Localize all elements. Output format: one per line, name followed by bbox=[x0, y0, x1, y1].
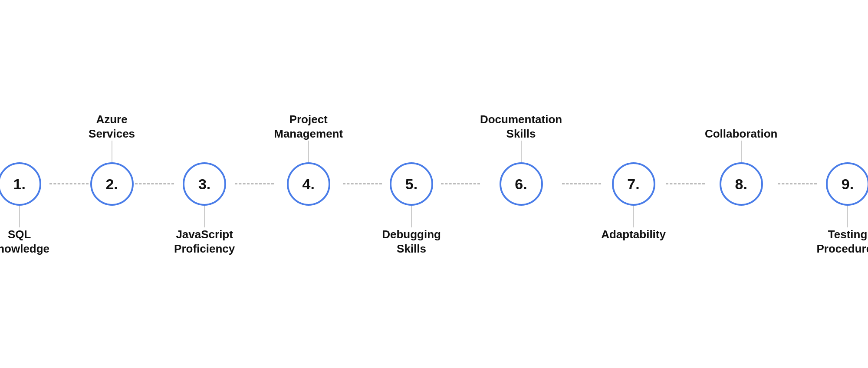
connector-top-4 bbox=[308, 141, 309, 162]
connector-bottom-1 bbox=[19, 206, 20, 227]
h-connector-3 bbox=[235, 183, 274, 184]
connector-bottom-9 bbox=[847, 206, 848, 227]
node-wrapper-4: ProjectManagement4. bbox=[274, 106, 343, 262]
circle-9[interactable]: 9. bbox=[826, 162, 868, 206]
circle-3[interactable]: 3. bbox=[183, 162, 226, 206]
h-connector-2 bbox=[135, 183, 174, 184]
circle-8[interactable]: 8. bbox=[720, 162, 763, 206]
circle-7[interactable]: 7. bbox=[612, 162, 655, 206]
connector-bottom-5 bbox=[411, 206, 412, 227]
circle-5[interactable]: 5. bbox=[390, 162, 433, 206]
top-label-2: Azure Services bbox=[89, 106, 135, 141]
diagram-container: 1.SQL KnowledgeAzure Services2. 3.JavaSc… bbox=[30, 32, 838, 336]
node-wrapper-8: Collaboration8. bbox=[705, 106, 778, 262]
node-wrapper-9: 9.TestingProcedures bbox=[817, 106, 868, 262]
connector-top-8 bbox=[741, 141, 742, 162]
bottom-label-1: SQL Knowledge bbox=[0, 227, 49, 262]
circle-2[interactable]: 2. bbox=[90, 162, 134, 206]
connector-bottom-7 bbox=[633, 206, 634, 227]
h-connector-8 bbox=[778, 183, 817, 184]
connector-top-6 bbox=[521, 141, 522, 162]
circle-6[interactable]: 6. bbox=[500, 162, 543, 206]
h-connector-4 bbox=[343, 183, 382, 184]
top-label-6: DocumentationSkills bbox=[480, 106, 562, 141]
node-wrapper-7: 7.Adaptability bbox=[601, 106, 666, 262]
h-connector-6 bbox=[562, 183, 601, 184]
node-wrapper-1: 1.SQL Knowledge bbox=[0, 106, 49, 262]
h-connector-7 bbox=[666, 183, 705, 184]
connector-bottom-3 bbox=[204, 206, 205, 227]
h-connector-5 bbox=[441, 183, 480, 184]
connector-top-2 bbox=[112, 141, 112, 162]
top-label-4: ProjectManagement bbox=[274, 106, 343, 141]
timeline-row: 1.SQL KnowledgeAzure Services2. 3.JavaSc… bbox=[30, 106, 838, 262]
circle-1[interactable]: 1. bbox=[0, 162, 41, 206]
node-wrapper-5: 5.Debugging Skills bbox=[382, 106, 441, 262]
node-wrapper-6: DocumentationSkills6. bbox=[480, 106, 562, 262]
node-wrapper-2: Azure Services2. bbox=[89, 106, 135, 262]
bottom-label-9: TestingProcedures bbox=[817, 227, 868, 262]
h-connector-1 bbox=[49, 183, 89, 184]
bottom-label-5: Debugging Skills bbox=[382, 227, 441, 262]
bottom-label-7: Adaptability bbox=[601, 227, 666, 262]
circle-4[interactable]: 4. bbox=[287, 162, 330, 206]
node-wrapper-3: 3.JavaScriptProficiency bbox=[174, 106, 235, 262]
top-label-8: Collaboration bbox=[705, 106, 778, 141]
bottom-label-3: JavaScriptProficiency bbox=[174, 227, 235, 262]
